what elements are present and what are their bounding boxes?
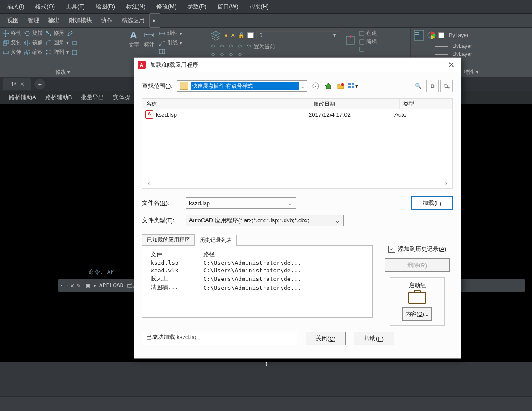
- menu-format[interactable]: 格式(O): [29, 0, 60, 13]
- nav-newfolder-icon[interactable]: [337, 82, 345, 90]
- add-tab-button[interactable]: +: [34, 79, 45, 89]
- dialog-titlebar[interactable]: A 加载/卸载应用程序 ✕: [134, 58, 461, 72]
- filename-input[interactable]: kszd.lsp⌄: [186, 197, 296, 209]
- menu-param[interactable]: 参数(P): [182, 0, 212, 13]
- menu-tools[interactable]: 工具(T): [60, 0, 90, 13]
- leader-tool[interactable]: 引线 ▾: [159, 39, 182, 47]
- list-item[interactable]: xcad.vlxC:\Users\Administrator\de...: [149, 267, 366, 274]
- list-item[interactable]: 贱人工...C:\Users\Administrator\de...: [149, 274, 366, 283]
- ribbon-tab-output[interactable]: 输出: [44, 14, 64, 27]
- bylayer-lweight[interactable]: ByLayer: [435, 43, 529, 49]
- help-button[interactable]: 帮助(H): [354, 332, 394, 345]
- properties-icon[interactable]: [413, 30, 425, 41]
- col-date[interactable]: 修改日期: [310, 99, 400, 109]
- array-tool[interactable]: 阵列 ▾: [46, 48, 69, 56]
- layer-lock2-icon[interactable]: [237, 44, 243, 50]
- bylayer-color[interactable]: ByLayer: [438, 32, 529, 38]
- delete-button[interactable]: 删除(R): [385, 258, 450, 272]
- tool-add-icon[interactable]: ⧉₊: [440, 80, 453, 92]
- menu-modify[interactable]: 修改(M): [151, 0, 182, 13]
- ribbon-tab-collab[interactable]: 协作: [96, 14, 117, 27]
- tool-preview-icon[interactable]: ⧉: [426, 80, 439, 92]
- color-wheel-icon[interactable]: [427, 31, 436, 39]
- layer-iso-icon[interactable]: [210, 44, 216, 50]
- scroll-left-icon[interactable]: ‹: [148, 180, 150, 186]
- addon-btn-b[interactable]: 路桥辅助B: [42, 93, 76, 102]
- ribbon-tab-addins[interactable]: 附加模块: [64, 14, 96, 27]
- chevron-down-icon[interactable]: ⌄: [299, 83, 307, 89]
- cmd-close-icon[interactable]: ✕: [71, 282, 77, 289]
- text-tool[interactable]: 文字: [129, 41, 139, 49]
- chevron-down-icon[interactable]: ⌄: [286, 200, 293, 207]
- explode-icon[interactable]: [71, 40, 78, 46]
- fillet-tool[interactable]: 圆角 ▾: [46, 39, 69, 47]
- chevron-down-icon[interactable]: ⌄: [334, 217, 341, 224]
- ribbon-tab-apps[interactable]: 精选应用: [117, 14, 149, 27]
- layer-sun-icon[interactable]: ☀: [230, 32, 235, 38]
- document-tab[interactable]: 1*✕: [3, 78, 31, 90]
- close-tab-icon[interactable]: ✕: [20, 81, 25, 88]
- tool-search-icon[interactable]: 🔍: [412, 80, 424, 92]
- copy-tool[interactable]: 复制: [3, 39, 21, 47]
- ribbon-tab-view[interactable]: 视图: [3, 14, 23, 27]
- dialog-close-button[interactable]: ✕: [445, 60, 457, 70]
- layer-properties-icon[interactable]: [210, 30, 222, 41]
- layer-color-icon[interactable]: [247, 32, 254, 38]
- addon-btn-export[interactable]: 批量导出: [77, 93, 108, 102]
- bylayer-ltype[interactable]: ByLayer: [435, 51, 529, 57]
- nav-views-icon[interactable]: ▾: [349, 82, 357, 90]
- nav-up-icon[interactable]: [324, 82, 332, 90]
- mirror-tool[interactable]: 镜像: [24, 39, 43, 47]
- list-item[interactable]: kszd.lspC:\Users\Administrator\de...: [149, 259, 366, 267]
- current-layer-dropdown[interactable]: 0 ▾: [256, 31, 339, 39]
- dim-icon[interactable]: [144, 30, 155, 40]
- layer-state-bulb-icon[interactable]: ●: [224, 32, 227, 38]
- load-button[interactable]: 加载(L): [411, 196, 453, 210]
- misc-icon[interactable]: [71, 49, 78, 55]
- list-item[interactable]: 清图辅...C:\Users\Administrator\de...: [149, 283, 366, 292]
- cmd-handle-icon[interactable]: ⋮⋮: [58, 282, 71, 289]
- layer-off-icon[interactable]: [219, 44, 225, 50]
- look-in-combo[interactable]: 快速展点插件-有点号样式 ⌄: [177, 80, 307, 92]
- scroll-right-icon[interactable]: ›: [445, 180, 447, 186]
- status-bar[interactable]: [0, 396, 532, 411]
- file-list[interactable]: 名称 修改日期 类型 Akszd.lsp 2017/12/4 17:02 Aut…: [142, 98, 453, 189]
- history-list[interactable]: 文件路径 kszd.lspC:\Users\Administrator\de..…: [142, 245, 373, 318]
- tab-history[interactable]: 历史记录列表: [195, 235, 237, 246]
- menu-insert[interactable]: 插入(I): [2, 0, 29, 13]
- insert-icon[interactable]: [345, 35, 356, 47]
- contents-button[interactable]: 内容(O)...: [402, 307, 431, 321]
- menu-help[interactable]: 帮助(H): [244, 0, 274, 13]
- linear-tool[interactable]: 线性 ▾: [159, 30, 182, 37]
- table-tool[interactable]: [159, 48, 182, 55]
- block-attr[interactable]: [359, 47, 377, 52]
- stretch-tool[interactable]: 拉伸: [3, 48, 21, 56]
- menu-draw[interactable]: 绘图(D): [90, 0, 121, 13]
- briefcase-icon[interactable]: [408, 292, 426, 304]
- cmd-terminal-icon[interactable]: ▣: [83, 282, 93, 289]
- col-type[interactable]: 类型: [400, 99, 452, 109]
- block-create[interactable]: 创建: [359, 30, 377, 37]
- nav-back-icon[interactable]: [312, 82, 320, 90]
- ribbon-play-icon[interactable]: ▸: [149, 13, 160, 28]
- addon-btn-d[interactable]: 实体操: [109, 93, 134, 102]
- close-button[interactable]: 关闭(C): [306, 332, 346, 345]
- file-row[interactable]: Akszd.lsp 2017/12/4 17:02 Auto: [142, 109, 452, 120]
- layer-freeze-icon[interactable]: [228, 44, 234, 50]
- modify-panel-title[interactable]: 修改 ▾: [3, 68, 123, 76]
- addon-btn-a[interactable]: 路桥辅助A: [5, 93, 40, 102]
- rotate-tool[interactable]: 旋转: [24, 30, 43, 37]
- cmd-chevron-icon[interactable]: ✎: [77, 282, 83, 289]
- resize-arrow-icon[interactable]: ↕: [264, 360, 268, 368]
- move-tool[interactable]: 移动: [3, 30, 21, 37]
- tab-loaded-apps[interactable]: 已加载的应用程序: [142, 234, 195, 245]
- menu-window[interactable]: 窗口(W): [212, 0, 244, 13]
- layer-lock-icon[interactable]: 🔓: [238, 32, 245, 38]
- edit-icon[interactable]: [67, 30, 73, 37]
- scale-tool[interactable]: 缩放: [24, 48, 43, 56]
- col-name[interactable]: 名称: [142, 99, 310, 109]
- text-icon[interactable]: A: [129, 30, 139, 40]
- block-edit[interactable]: 编辑: [359, 38, 377, 46]
- layer-make-current[interactable]: 置为当前: [246, 43, 275, 51]
- menu-dim[interactable]: 标注(N): [121, 0, 151, 13]
